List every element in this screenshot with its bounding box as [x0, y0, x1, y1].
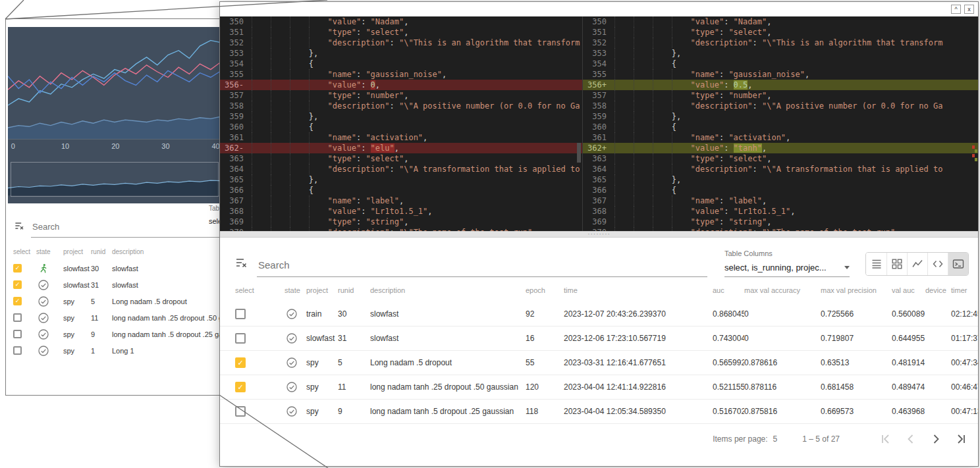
diff-line: 366 { [220, 185, 582, 195]
diff-line: 353 }, [583, 48, 978, 59]
table-body: train30slowfast922023-12-07 20:43:26.239… [220, 302, 978, 424]
state-running-icon [38, 263, 48, 274]
diff-editor[interactable]: 350 "value": "Nadam",351 "type": "select… [220, 16, 978, 231]
column-header: auc [713, 286, 744, 294]
terminal-view-icon[interactable] [948, 253, 968, 275]
overview-ruler [971, 16, 978, 231]
chart-view-icon[interactable] [907, 253, 927, 275]
row-checkbox[interactable] [13, 313, 22, 322]
cell-project: slowfast [306, 334, 338, 343]
column-header: val auc [892, 286, 925, 294]
close-button[interactable]: x [964, 5, 974, 14]
line-number: 351 [220, 27, 252, 38]
row-checkbox[interactable]: ✓ [13, 264, 22, 273]
cell-runid: 1 [91, 347, 112, 355]
search-input[interactable] [257, 259, 707, 276]
table-row[interactable]: spy1Long 1 [6, 342, 223, 359]
diff-line: 355 "name": "gaussian_noise", [583, 69, 978, 80]
x-axis-label: 40 [211, 142, 219, 150]
diff-line: 350 "value": "Nadam", [220, 16, 582, 27]
row-checkbox[interactable]: ✓ [13, 297, 22, 305]
cell-project: spy [63, 314, 91, 322]
line-number: 367 [583, 195, 614, 206]
table-row[interactable]: spy11long nadam tanh .25 dropout .50 gau… [6, 309, 223, 326]
diff-line: 361 "name": "activation", [220, 132, 582, 143]
row-checkbox[interactable] [13, 346, 22, 355]
row-checkbox[interactable] [13, 330, 22, 338]
scrollbar-thumb[interactable] [577, 143, 581, 163]
table-row[interactable]: ✓slowfast31slowfast [6, 276, 223, 293]
diff-line: 363 "type": "select", [220, 153, 582, 164]
x-axis-label: 20 [111, 142, 119, 150]
diff-line: 354 { [220, 59, 582, 69]
metrics-line-chart[interactable] [8, 27, 221, 139]
filter-icon[interactable] [234, 256, 248, 272]
small-table-toolbar: Table Columns select, is_running, [6, 203, 223, 238]
state-done-icon [38, 345, 49, 357]
list-view-icon[interactable] [866, 253, 886, 275]
column-header: description [370, 286, 526, 294]
table-row[interactable]: slowfast31slowfast162023-12-06 17:23:10.… [220, 326, 978, 351]
line-number: 370 [220, 227, 252, 231]
diff-line: 370 "description": "\"The name of the te… [220, 227, 582, 231]
first-page-button[interactable] [879, 432, 892, 446]
filter-icon[interactable] [14, 221, 24, 234]
last-page-button[interactable] [954, 432, 967, 446]
table-row[interactable]: ✓spy5Long nadam .5 dropout552023-03-31 1… [220, 351, 978, 375]
row-checkbox[interactable]: ✓ [235, 357, 246, 368]
view-toggle-group [865, 252, 969, 276]
column-header: time [564, 286, 713, 294]
line-number: 364 [220, 164, 252, 174]
row-checkbox[interactable]: ✓ [13, 280, 22, 289]
cell-description: slowfast [370, 309, 526, 319]
line-number: 367 [220, 195, 252, 206]
collapse-button[interactable]: ^ [951, 5, 961, 14]
next-page-button[interactable] [929, 432, 942, 446]
search-input[interactable] [31, 222, 154, 237]
cell-description: Long nadam .5 dropout [112, 298, 223, 305]
diff-line: 354 { [583, 59, 978, 69]
table-columns-select[interactable]: Table Columns select, is_running, projec… [724, 249, 850, 277]
diff-pane-modified[interactable]: 350 "value": "Nadam",351 "type": "select… [583, 16, 978, 231]
brush-selection[interactable] [11, 162, 219, 197]
column-header: state [285, 286, 306, 294]
diff-line: 364 "description": "\"A transformation t… [583, 164, 978, 174]
pagination: Items per page: 5 1 – 5 of 27 [220, 424, 978, 454]
prev-page-button[interactable] [904, 432, 917, 446]
grid-view-icon[interactable] [886, 253, 907, 275]
search-input-wrap [31, 221, 224, 238]
cell-timer: 00:46:47 [951, 382, 978, 392]
cell-val_auc: 0.463968 [892, 407, 925, 416]
table-row[interactable]: ✓slowfast30slowfast [6, 260, 223, 276]
cell-epoch: 92 [526, 309, 564, 319]
line-number: 365 [583, 174, 614, 185]
diff-line: 359 }, [583, 111, 978, 122]
line-number: 355 [583, 69, 614, 80]
row-checkbox[interactable] [235, 333, 246, 344]
line-number: 351 [583, 27, 614, 38]
code-view-icon[interactable] [927, 253, 948, 275]
cell-runid: 9 [338, 407, 370, 416]
row-checkbox[interactable]: ✓ [235, 382, 246, 392]
line-number: 350 [220, 16, 252, 27]
search-input-wrap [257, 259, 707, 277]
row-checkbox[interactable] [235, 406, 246, 417]
line-number: 360 [220, 122, 252, 132]
cell-description: slowfast [370, 334, 526, 343]
column-header: project [306, 286, 338, 294]
line-number: 360 [583, 122, 614, 132]
table-row[interactable]: ✓spy11long nadam tanh .25 dropout .50 ga… [220, 375, 978, 400]
table-row[interactable]: spy9long nadam tanh .5 dropout .25 gauss… [220, 400, 978, 424]
splitter-handle[interactable]: ········ [220, 231, 978, 238]
row-checkbox[interactable] [235, 309, 246, 319]
column-header: runid [91, 248, 112, 255]
cell-runid: 5 [338, 358, 370, 367]
table-row[interactable]: ✓spy5Long nadam .5 dropout [6, 293, 223, 309]
diff-window: ^ x 350 "value": "Nadam",351 "type": "se… [219, 1, 979, 467]
table-row[interactable]: spy9long nadam tanh .5 dropout .25 gauss… [6, 326, 223, 342]
table-row[interactable]: train30slowfast922023-12-07 20:43:26.239… [220, 302, 978, 326]
diff-line: 368 "value": "Lr1to1.5_1", [220, 206, 582, 217]
cell-max_val_accuracy: 0.878116 [744, 382, 821, 392]
items-per-page-select[interactable]: 5 [773, 434, 778, 444]
diff-pane-original[interactable]: 350 "value": "Nadam",351 "type": "select… [220, 16, 583, 231]
